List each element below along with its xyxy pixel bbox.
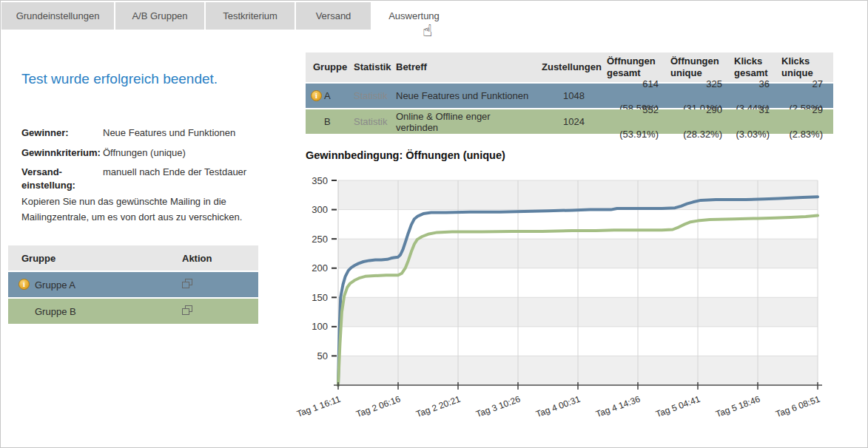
tab-auswertung[interactable]: Auswertung — [372, 2, 456, 30]
statistik-link[interactable]: Statistik — [346, 90, 388, 101]
ab-test-window: GrundeinstellungenA/B GruppenTestkriteri… — [0, 0, 868, 448]
tab-versand[interactable]: Versand — [296, 2, 371, 30]
group-name: Gruppe B — [8, 306, 175, 317]
y-tick-label: 300 — [312, 204, 328, 215]
stats-cell-betreff: Neue Features und Funktionen — [388, 90, 534, 101]
stats-cell-group: B — [306, 116, 346, 127]
stats-cell-oeffnungen_gesamt: 552 (53.91%) — [599, 98, 663, 146]
group-name: Gruppe A — [8, 279, 175, 291]
stats-col-gruppe: Gruppe — [306, 52, 346, 82]
summary-value: Neue Features und Funktionen — [103, 126, 235, 140]
tab-a-b-gruppen[interactable]: A/B Gruppen — [115, 2, 204, 30]
stats-col-betreff: Betreff — [388, 52, 534, 82]
tab-grundeinstellungen[interactable]: Grundeinstellungen — [1, 2, 114, 30]
stats-row-b[interactable]: BStatistikOnline & Offline enger verbind… — [306, 109, 833, 134]
statistik-link[interactable]: Statistik — [346, 116, 388, 127]
y-tick-label: 100 — [312, 321, 328, 332]
y-tick-label: 200 — [312, 262, 328, 274]
x-tick-label: Tag 4 14:36 — [594, 394, 642, 420]
summary-value: Öffnungen (unique) — [103, 146, 186, 160]
winner-info-icon: i — [311, 90, 322, 101]
stats-cell-klicks_unique: 29 (2.83%) — [774, 98, 833, 146]
summary-row: Gewinnkriterium:Öffnungen (unique) — [21, 146, 269, 160]
x-tick-label: Tag 6 08:51 — [774, 394, 821, 420]
summary-row: Versand-einstellung:manuell nach Ende de… — [21, 166, 269, 191]
summary-label: Gewinner: — [21, 126, 103, 140]
groups-table: GruppeAktioniGruppe AGruppe B — [8, 245, 258, 324]
y-tick-label: 250 — [312, 234, 328, 245]
tab-testkriterium[interactable]: Testkriterium — [206, 2, 295, 30]
status-message: Test wurde erfolgreich beendet. — [21, 71, 218, 87]
stats-col-zustellungen: Zustellungen — [534, 52, 599, 82]
summary-list: Gewinner:Neue Features und FunktionenGew… — [21, 126, 269, 198]
y-tick-label: 150 — [312, 292, 328, 303]
instruction-note: Kopieren Sie nun das gewünschte Mailing … — [21, 194, 266, 225]
tab-bar: GrundeinstellungenA/B GruppenTestkriteri… — [1, 2, 456, 30]
groups-col-aktion: Aktion — [175, 253, 258, 264]
line-chart: 50100150200250300350Tag 1 16:11Tag 2 06:… — [295, 169, 850, 435]
winner-info-icon: i — [18, 279, 30, 290]
y-tick-label: 350 — [312, 175, 328, 186]
groups-col-gruppe: Gruppe — [8, 253, 175, 264]
stats-cell-zustellungen: 1024 — [534, 109, 599, 134]
stats-col-statistik: Statistik — [346, 52, 388, 82]
x-tick-label: Tag 1 16:11 — [295, 394, 342, 419]
stats-cell-klicks_gesamt: 31 (3.03%) — [727, 98, 774, 146]
group-action-cell — [175, 305, 258, 317]
summary-value: manuell nach Ende der Testdauer — [103, 166, 246, 191]
group-row-gruppe-a[interactable]: iGruppe A — [8, 272, 258, 297]
y-tick-label: 50 — [317, 350, 328, 362]
copy-icon[interactable] — [182, 279, 192, 288]
x-tick-label: Tag 3 10:26 — [474, 394, 522, 420]
stats-cell-oeffnungen_unique: 290 (28.32%) — [663, 98, 727, 146]
group-row-gruppe-b[interactable]: Gruppe B — [8, 299, 258, 324]
summary-row: Gewinner:Neue Features und Funktionen — [21, 126, 269, 140]
chart-title: Gewinnbedingung: Öffnungen (unique) — [306, 149, 505, 161]
groups-table-header: GruppeAktion — [8, 245, 258, 271]
stats-cell-zustellungen: 1048 — [534, 84, 599, 108]
stats-table: GruppeStatistikBetreffZustellungenÖffnun… — [306, 52, 833, 134]
summary-label: Gewinnkriterium: — [21, 146, 103, 160]
x-tick-label: Tag 5 04:41 — [654, 394, 702, 420]
x-tick-label: Tag 5 18:46 — [714, 394, 761, 420]
x-tick-label: Tag 4 00:31 — [534, 394, 582, 420]
group-action-cell — [175, 279, 258, 291]
x-tick-label: Tag 2 06:16 — [354, 394, 402, 420]
copy-icon[interactable] — [182, 305, 192, 315]
x-tick-label: Tag 2 20:21 — [414, 394, 462, 420]
stats-cell-betreff: Online & Offline enger verbinden — [388, 111, 534, 133]
summary-label: Versand-einstellung: — [21, 166, 103, 191]
